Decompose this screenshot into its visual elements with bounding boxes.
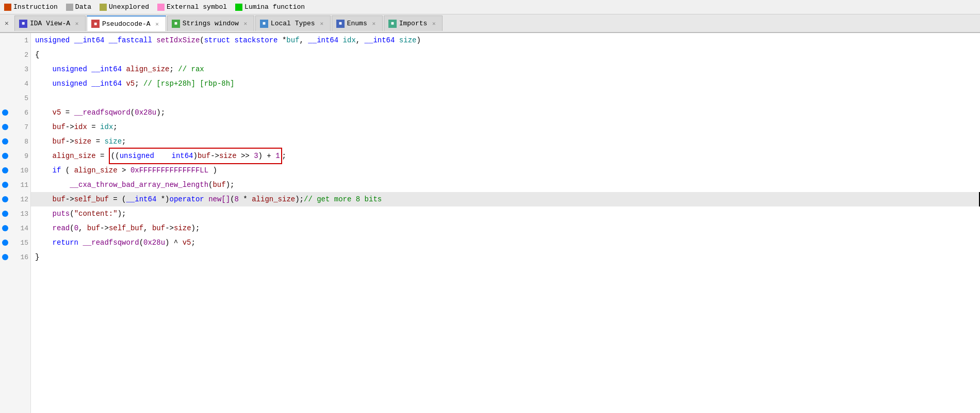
assign-12: = (	[109, 192, 126, 206]
tab-ida-label: IDA View-A	[30, 20, 70, 27]
arrow-8: ->	[66, 134, 74, 149]
line-num-8: 8	[16, 138, 28, 146]
breakpoint-dot-12[interactable]	[2, 196, 8, 202]
breakpoint-dot-13[interactable]	[2, 211, 8, 217]
tab-strings[interactable]: ■ Strings window ✕	[167, 15, 254, 31]
field-selfbuf: self_buf	[74, 192, 109, 206]
var-buf-9: buf	[198, 152, 210, 160]
tab-enums-label: Enums	[347, 20, 367, 27]
gutter-row-2: 2	[0, 47, 30, 62]
var-buf2-14: buf	[152, 221, 165, 235]
gutter-row-15: 15	[0, 235, 30, 250]
semi-4: ;	[135, 76, 143, 91]
indent-13	[35, 206, 53, 221]
tab-ida-view[interactable]: ■ IDA View-A ✕	[14, 15, 86, 31]
tab-ida-close[interactable]: ✕	[73, 20, 81, 28]
breakpoint-dot-6[interactable]	[2, 109, 8, 116]
kw-struct: struct	[204, 33, 235, 47]
num-3: 3	[254, 152, 258, 160]
tab-enums-close[interactable]: ✕	[370, 20, 378, 28]
arrow-9: ->	[210, 152, 219, 160]
var-buf-12: buf	[53, 192, 66, 206]
breakpoint-dot-9[interactable]	[2, 153, 8, 159]
tab-pseudocode-close[interactable]: ✕	[153, 20, 161, 28]
code-line-12: buf->self_buf = (__int64 *)operator new[…	[31, 192, 980, 206]
breakpoint-dot-15[interactable]	[2, 240, 8, 246]
code-line-11: __cxa_throw_bad_array_new_length(buf);	[31, 178, 980, 192]
gutter-row-8: 8	[0, 134, 30, 149]
comment-12: // get more 8 bits	[304, 192, 382, 206]
comment-4: // [rsp+28h] [rbp-8h]	[143, 76, 234, 91]
legend-lumina: Lumina function	[235, 3, 305, 11]
field-size-9: size	[219, 152, 237, 160]
code-line-6: v5 = __readfsqword(0x28u);	[31, 105, 980, 120]
dot-empty-5	[2, 95, 8, 101]
code-area[interactable]: unsigned __int64 __fastcall setIdxSize(s…	[31, 33, 980, 413]
code-line-4: unsigned __int64 v5; // [rsp+28h] [rbp-8…	[31, 76, 980, 91]
ptr-buf: *	[282, 33, 286, 47]
args-11: (	[208, 178, 213, 192]
tab-strings-close[interactable]: ✕	[241, 20, 250, 28]
tab-strings-label: Strings window	[183, 20, 239, 27]
breakpoint-dot-8[interactable]	[2, 138, 8, 145]
gutter-row-16: 16	[0, 250, 30, 264]
breakpoint-dot-16[interactable]	[2, 254, 8, 260]
paren2-9: )	[193, 152, 198, 160]
gt-10: >	[118, 163, 130, 178]
fn-new-arr: new[]	[208, 192, 230, 206]
indent-6	[35, 105, 53, 120]
gutter-row-11: 11	[0, 178, 30, 192]
param-idx-7: idx	[100, 120, 113, 134]
legend-external: External symbol	[157, 3, 227, 11]
kw-unsigned-4: unsigned	[53, 76, 92, 91]
line-num-1: 1	[16, 37, 28, 44]
main-area: 1 2 3 4 5 6 7 8	[0, 33, 980, 413]
comma1: ,	[300, 33, 308, 47]
end-13: );	[118, 206, 126, 221]
field-size: size	[74, 134, 92, 149]
tab-imports-close[interactable]: ✕	[430, 20, 438, 28]
var-buf-14: buf	[87, 221, 100, 235]
tab-local-types-close[interactable]: ✕	[318, 20, 326, 28]
strings-icon: ■	[172, 20, 180, 28]
tab-bar: ✕ ■ IDA View-A ✕ ■ Pseudocode-A ✕ ■ Stri…	[0, 14, 980, 33]
arrow2-14: ->	[165, 221, 174, 235]
gutter-row-10: 10	[0, 163, 30, 178]
instruction-label: Instruction	[13, 3, 58, 11]
indent-8	[35, 134, 53, 149]
assign-9: =	[96, 149, 109, 163]
dot-empty-1	[2, 37, 8, 43]
data-color	[66, 4, 73, 11]
unexplored-label: Unexplored	[109, 3, 149, 11]
end-14: );	[191, 221, 200, 235]
tab-local-types[interactable]: ■ Local Types ✕	[255, 15, 331, 31]
tab-enums[interactable]: ■ Enums ✕	[332, 15, 383, 31]
breakpoint-dot-7[interactable]	[2, 124, 8, 130]
external-label: External symbol	[167, 3, 227, 11]
kw-int64-2: __int64	[308, 33, 342, 47]
str-content: "content:"	[74, 206, 118, 221]
paren-13: (	[70, 206, 74, 221]
var-align-10: align_size	[74, 163, 118, 178]
breakpoint-dot-11[interactable]	[2, 182, 8, 188]
breakpoint-dot-14[interactable]	[2, 225, 8, 231]
close-all-button[interactable]: ✕	[1, 18, 12, 29]
var-buf-7: buf	[53, 120, 66, 134]
breakpoint-dot-10[interactable]	[2, 167, 8, 173]
num-8: 8	[235, 192, 239, 206]
end-11: );	[226, 178, 235, 192]
kw-return: return	[53, 235, 83, 250]
indent-14	[35, 221, 53, 235]
paren-14: (	[70, 221, 74, 235]
line-num-5: 5	[16, 94, 28, 102]
code-line-9: align_size = ((unsigned int64)buf->size …	[31, 149, 980, 163]
legend-bar: Instruction Data Unexplored External sym…	[0, 0, 980, 14]
tab-pseudocode[interactable]: ■ Pseudocode-A ✕	[87, 15, 166, 31]
kw-unsigned-9: unsigned	[120, 152, 154, 160]
gutter-row-14: 14	[0, 221, 30, 235]
tab-imports[interactable]: ■ Imports ✕	[384, 15, 443, 31]
legend-instruction: Instruction	[4, 3, 58, 11]
fn-readfsqword: __readfsqword	[74, 105, 130, 120]
gutter-row-6: 6	[0, 105, 30, 120]
param-idx: idx	[343, 33, 356, 47]
